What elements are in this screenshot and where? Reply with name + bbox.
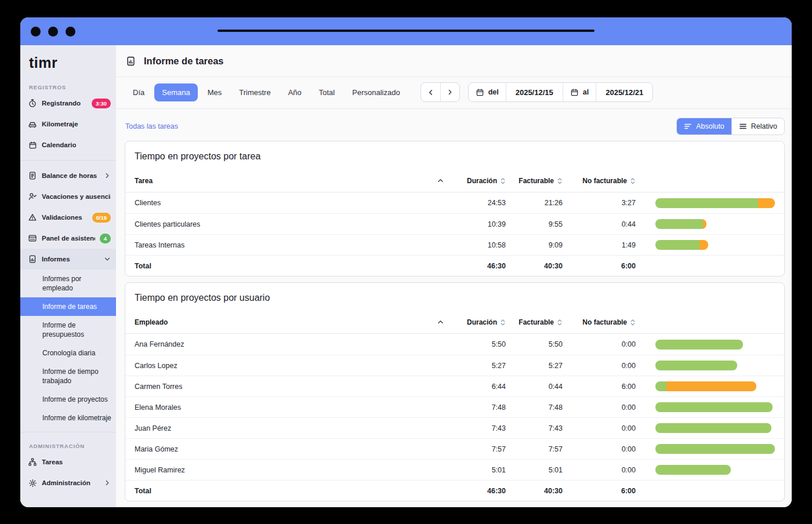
row-value: 5:27 <box>448 362 506 370</box>
prev-period-button[interactable] <box>421 83 440 101</box>
row-value: 3:27 <box>563 199 636 207</box>
duration-bar-cell <box>636 219 775 229</box>
relativo-toggle-button[interactable]: Relativo <box>731 118 784 134</box>
billable-bar-segment <box>655 240 699 250</box>
total-value: 46:30 <box>448 262 506 270</box>
window-dot-icon[interactable] <box>31 27 41 37</box>
divider <box>20 432 116 432</box>
column-header-duracion[interactable]: Duración <box>448 177 506 185</box>
non-billable-bar-segment <box>666 381 756 391</box>
column-header-empleado[interactable]: Empleado <box>135 318 433 326</box>
sidebar-item-balance-de-horas[interactable]: Balance de horas <box>20 165 116 186</box>
sidebar-item-tareas[interactable]: Tareas <box>20 452 116 472</box>
status-badge: 4 <box>100 234 111 243</box>
sidebar-item-vacaciones-y-ausencias[interactable]: Vacaciones y ausencias <box>20 186 116 207</box>
duration-bar-cell <box>636 381 775 391</box>
sidebar-subitem-informe-de-proyectos[interactable]: Informe de proyectos <box>20 390 116 409</box>
absoluto-toggle-button[interactable]: Absoluto <box>677 118 731 134</box>
table-header-row: EmpleadoDuraciónFacturableNo facturable <box>125 311 784 334</box>
column-header-tarea[interactable]: Tarea <box>135 177 433 185</box>
column-header-no-facturable[interactable]: No facturable <box>563 318 636 326</box>
sort-ascending-icon[interactable] <box>433 178 448 183</box>
sidebar-item-panel-de-asistencia[interactable]: Panel de asistencia4 <box>20 228 116 249</box>
sort-icon[interactable] <box>500 177 506 184</box>
tab-ano[interactable]: Año <box>281 83 309 101</box>
row-value: 6:00 <box>563 383 636 391</box>
tab-mes[interactable]: Mes <box>200 83 230 101</box>
sort-icon[interactable] <box>630 177 636 184</box>
table-row[interactable]: Tareas Internas10:589:091:49 <box>125 234 784 255</box>
duration-bar <box>655 444 775 454</box>
column-header-label: No facturable <box>582 177 627 185</box>
tab-dia[interactable]: Día <box>125 83 152 101</box>
card-title: Tiempo en proyectos por usuario <box>125 283 784 311</box>
sort-icon[interactable] <box>630 319 636 326</box>
sidebar: timr REGISTROSRegistrando3:30Kilometraje… <box>20 45 116 507</box>
sidebar-item-label: Vacaciones y ausencias <box>42 193 111 200</box>
sidebar-item-informes[interactable]: Informes <box>20 249 116 270</box>
date-from-label-seg: del <box>469 83 506 101</box>
sort-ascending-icon[interactable] <box>433 319 448 325</box>
tab-trimestre[interactable]: Trimestre <box>231 83 278 101</box>
total-value: 6:00 <box>563 262 636 270</box>
duration-bar-cell <box>636 423 775 433</box>
column-header-label: Facturable <box>519 177 554 185</box>
tab-personalizado[interactable]: Personalizado <box>345 83 407 101</box>
all-tasks-link[interactable]: Todas las tareas <box>125 122 178 130</box>
sidebar-item-validaciones[interactable]: Validaciones0/19 <box>20 207 116 228</box>
sidebar-item-label: Informes <box>42 256 70 263</box>
row-value: 9:09 <box>506 241 563 249</box>
sitemap-icon <box>28 457 37 467</box>
tab-semana[interactable]: Semana <box>154 83 197 101</box>
chevron-right-icon <box>104 172 111 179</box>
column-header-no-facturable[interactable]: No facturable <box>563 177 636 185</box>
sidebar-subitem-informes-por-empleado[interactable]: Informes por empleado <box>20 270 116 297</box>
duration-bar <box>655 240 708 250</box>
total-label: Total <box>135 262 433 270</box>
sort-icon[interactable] <box>500 319 506 326</box>
date-to-input[interactable]: 2025/12/21 <box>596 83 652 101</box>
table-row[interactable]: Maria Gómez7:577:570:00 <box>125 438 784 459</box>
row-value: 7:48 <box>506 403 563 412</box>
sort-icon[interactable] <box>557 177 563 184</box>
table-row[interactable]: Juan Pérez7:437:430:00 <box>125 417 784 438</box>
table-row[interactable]: Miguel Ramirez5:015:010:00 <box>125 459 784 480</box>
sidebar-nav: REGISTROSRegistrando3:30KilometrajeCalen… <box>20 78 116 493</box>
column-header-facturable[interactable]: Facturable <box>506 177 563 185</box>
window-dot-icon[interactable] <box>48 27 58 37</box>
duration-bar-cell <box>636 361 775 370</box>
timr-logo: timr <box>20 52 116 78</box>
sidebar-item-kilometraje[interactable]: Kilometraje <box>20 114 116 134</box>
align-left-icon <box>684 122 692 130</box>
duration-bar <box>655 340 743 350</box>
sidebar-item-administracion[interactable]: Administración <box>20 472 116 493</box>
sidebar-item-registrando[interactable]: Registrando3:30 <box>20 93 116 114</box>
table-row[interactable]: Carlos Lopez5:275:270:00 <box>125 355 784 376</box>
sidebar-item-calendario[interactable]: Calendario <box>20 134 116 155</box>
sidebar-subitem-informe-de-presupuestos[interactable]: Informe de presupuestos <box>20 316 116 344</box>
sidebar-item-label: Tareas <box>42 458 63 465</box>
row-value: 0:00 <box>563 362 636 370</box>
sort-icon[interactable] <box>557 319 563 326</box>
table-row[interactable]: Elena Morales7:487:480:00 <box>125 396 784 417</box>
date-from-input[interactable]: 2025/12/15 <box>506 83 563 101</box>
sidebar-subitem-informe-de-tareas[interactable]: Informe de tareas <box>20 297 116 316</box>
table-row[interactable]: Ana Fernández5:505:500:00 <box>125 334 784 355</box>
column-header-facturable[interactable]: Facturable <box>506 318 563 326</box>
period-tabs: DíaSemanaMesTrimestreAñoTotalPersonaliza… <box>125 83 408 101</box>
table-row[interactable]: Carmen Torres6:440:446:00 <box>125 376 784 396</box>
table-row[interactable]: Clientes particulares10:399:550:44 <box>125 213 784 234</box>
sidebar-subitem-cronologia-diaria[interactable]: Cronología diaria <box>20 344 116 362</box>
window-dot-icon[interactable] <box>66 27 75 37</box>
table-row[interactable]: Clientes24:5321:263:27 <box>125 192 784 213</box>
row-value: 7:48 <box>448 403 506 412</box>
next-period-button[interactable] <box>440 83 459 101</box>
sidebar-subitem-informe-de-tiempo-trabajado[interactable]: Informe de tiempo trabajado <box>20 362 116 390</box>
row-value: 0:44 <box>506 383 563 391</box>
calendar-icon <box>476 88 484 97</box>
column-header-duracion[interactable]: Duración <box>448 318 506 326</box>
sidebar-subitem-informe-de-kilometraje[interactable]: Informe de kilometraje <box>20 409 116 427</box>
tab-total[interactable]: Total <box>311 83 342 101</box>
gear-icon <box>28 478 37 487</box>
lines-icon <box>739 122 747 130</box>
